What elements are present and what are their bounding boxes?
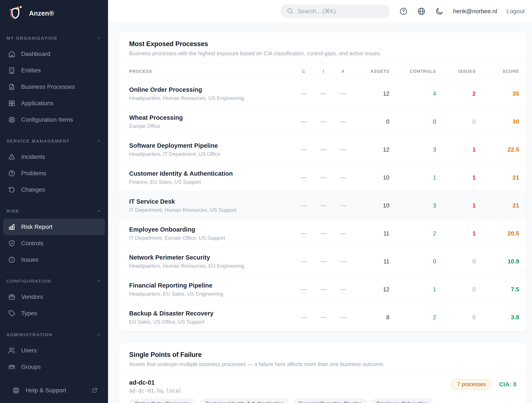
table-row-network-perimeter-security[interactable]: Network Perimeter SecurityHeadquarters, … xyxy=(119,248,527,276)
cia-c-cell xyxy=(294,276,314,303)
controls-count: 4 xyxy=(397,80,444,108)
table-row-financial-reporting-pipeline[interactable]: Financial Reporting PipelineHeadquarters… xyxy=(119,276,527,303)
sidebar-item-applications[interactable]: Applications xyxy=(3,95,105,111)
cia-c-cell xyxy=(294,303,314,332)
section-label: SERVICE MANAGEMENT xyxy=(6,139,70,144)
bar-chart-icon xyxy=(8,223,15,231)
single-points-of-failure-card: Single Points of Failure Assets that und… xyxy=(119,343,527,403)
table-row-customer-identity-and-authentication[interactable]: Customer Identity & AuthenticationFinanc… xyxy=(119,164,527,192)
cia-a-cell xyxy=(333,164,353,192)
sidebar: Anzen® MY ORGANISATIONDashboardEntitiesB… xyxy=(0,0,108,403)
alert-circle-icon xyxy=(8,256,15,263)
sidebar-item-users[interactable]: Users xyxy=(3,342,105,359)
question-circle-icon xyxy=(399,7,408,16)
section-header-service-management[interactable]: SERVICE MANAGEMENT xyxy=(6,137,102,145)
globe-icon xyxy=(417,7,426,16)
section-label: ADMINISTRATION xyxy=(6,332,53,337)
assets-count: 11 xyxy=(353,220,397,248)
sidebar-footer: Help & Support xyxy=(0,377,108,403)
table-row-employee-onboarding[interactable]: Employee OnboardingIT Department, Europe… xyxy=(119,220,527,248)
sidebar-item-label: Help & Support xyxy=(26,387,66,394)
sidebar-item-entities[interactable]: Entities xyxy=(3,62,105,79)
sidebar-item-vendors[interactable]: Vendors xyxy=(3,289,105,305)
process-name: Customer Identity & Authentication xyxy=(129,170,294,177)
sidebar-item-help-support[interactable]: Help & Support xyxy=(0,387,108,394)
process-orgs: Headquarters, Human Resources, US Engine… xyxy=(129,95,294,101)
asset-name: ad-dc-01 xyxy=(129,379,182,386)
sidebar-item-label: Entities xyxy=(21,67,41,74)
section-header-my-organisation[interactable]: MY ORGANISATION xyxy=(6,34,102,43)
sidebar-item-changes[interactable]: Changes xyxy=(3,182,105,198)
column-header-score: SCORE xyxy=(483,63,527,80)
sidebar-item-controls[interactable]: Controls xyxy=(3,235,105,252)
logout-button[interactable]: Logout xyxy=(506,8,525,15)
theme-toggle[interactable] xyxy=(435,7,444,16)
sidebar-item-label: Applications xyxy=(21,100,53,107)
score-value: 3.8 xyxy=(483,303,527,332)
issues-count: 2 xyxy=(444,80,483,108)
issues-count: 0 xyxy=(444,248,483,276)
cia-a-cell xyxy=(333,220,353,248)
cia-c-cell xyxy=(294,192,314,220)
cia-c-cell xyxy=(294,136,314,164)
section-header-administration[interactable]: ADMINISTRATION xyxy=(6,330,102,339)
search-box[interactable] xyxy=(280,4,390,18)
table-row-software-deployment-pipeline[interactable]: Software Deployment PipelineHeadquarters… xyxy=(119,136,527,164)
section-header-risk[interactable]: RISK xyxy=(6,207,102,216)
help-button[interactable] xyxy=(399,7,408,16)
cia-placeholder xyxy=(320,177,327,178)
sidebar-item-incidents[interactable]: Incidents xyxy=(3,149,105,165)
cia-placeholder xyxy=(340,149,346,150)
sidebar-item-problems[interactable]: Problems xyxy=(3,165,105,182)
cia-i-cell xyxy=(314,192,333,220)
cia-placeholder xyxy=(301,149,307,150)
controls-count: 2 xyxy=(397,220,444,248)
app-name: Anzen® xyxy=(29,10,54,17)
sidebar-item-types[interactable]: Types xyxy=(3,305,105,321)
process-orgs: Headquarters, EU Sales, US Engineering xyxy=(129,291,294,297)
card-subtitle: Assets that underpin multiple business p… xyxy=(129,361,516,367)
process-name: Wheat Processing xyxy=(129,114,294,121)
search-input[interactable] xyxy=(298,8,384,15)
cia-i-cell xyxy=(314,108,333,136)
table-row-wheat-processing[interactable]: Wheat ProcessingEurope Office00030 xyxy=(119,108,527,136)
building-icon xyxy=(8,67,15,74)
cia-a-cell xyxy=(333,80,353,108)
sidebar-item-configuration-items[interactable]: Configuration Items xyxy=(3,111,105,128)
table-row-online-order-processing[interactable]: Online Order ProcessingHeadquarters, Hum… xyxy=(119,80,527,108)
table-row-it-service-desk[interactable]: IT Service DeskIT Department, Human Reso… xyxy=(119,192,527,220)
section-header-configuration[interactable]: CONFIGURATION xyxy=(6,277,102,286)
spof-asset-ad-dc-01[interactable]: ad-dc-01ad-dc-01.hq.local7 processesCIA:… xyxy=(119,373,527,403)
cia-placeholder xyxy=(301,93,307,94)
cia-placeholder xyxy=(340,121,346,122)
assets-count: 0 xyxy=(353,108,397,136)
column-header-process: PROCESS xyxy=(119,63,294,80)
cia-a-cell xyxy=(333,192,353,220)
table-row-backup-and-disaster-recovery[interactable]: Backup & Disaster RecoveryEU Sales, US O… xyxy=(119,303,527,332)
sidebar-item-dashboard[interactable]: Dashboard xyxy=(3,46,105,62)
cia-placeholder xyxy=(301,233,307,234)
card-title: Most Exposed Processes xyxy=(129,40,516,48)
app-logo[interactable]: Anzen® xyxy=(0,0,108,27)
chip-icon xyxy=(8,116,15,123)
main-content[interactable]: Most Exposed Processes Business processe… xyxy=(108,23,532,403)
sidebar-item-groups[interactable]: Groups xyxy=(3,359,105,375)
process-tag: Employee Onboarding xyxy=(371,398,433,403)
asset-fqdn: ad-dc-01.hq.local xyxy=(129,388,182,394)
refresh-icon xyxy=(8,186,15,193)
process-orgs: IT Department, Human Resources, US Suppo… xyxy=(129,207,294,213)
cia-placeholder xyxy=(301,261,307,262)
controls-count: 1 xyxy=(397,164,444,192)
sidebar-item-business-processes[interactable]: Business Processes xyxy=(3,79,105,95)
cia-placeholder xyxy=(320,233,327,234)
sidebar-item-label: Vendors xyxy=(21,294,43,300)
sidebar-item-issues[interactable]: Issues xyxy=(3,252,105,268)
divider xyxy=(6,132,102,132)
language-button[interactable] xyxy=(417,7,426,16)
sidebar-item-risk-report[interactable]: Risk Report xyxy=(3,219,105,235)
cia-placeholder xyxy=(340,177,346,178)
process-tag: Financial Reporting Pipeline xyxy=(293,398,368,403)
card-header: Single Points of Failure Assets that und… xyxy=(119,343,527,373)
issues-count: 1 xyxy=(444,192,483,220)
user-email[interactable]: henk@norbee.nl xyxy=(453,8,497,15)
